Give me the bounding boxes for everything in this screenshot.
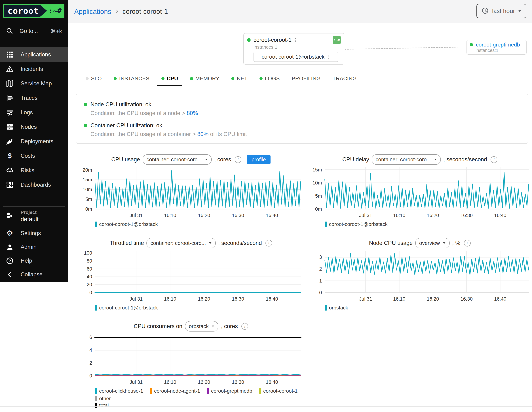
svg-text:10m: 10m xyxy=(83,187,92,192)
sidebar-item-deployments[interactable]: Deployments xyxy=(0,134,68,149)
svg-text:16:30: 16:30 xyxy=(232,296,244,302)
info-icon[interactable]: i xyxy=(464,240,471,246)
svg-text:0m: 0m xyxy=(315,206,322,212)
sidebar-item-applications[interactable]: Applications xyxy=(0,47,68,62)
condition-suffix: of its CPU limit xyxy=(209,131,247,137)
legend-swatch xyxy=(95,222,97,227)
coroot-logo[interactable]: coroot :~# xyxy=(3,4,64,18)
goto-search-button[interactable]: Go to... ⌘+k xyxy=(0,25,68,37)
legend-item-total[interactable]: total xyxy=(95,403,109,408)
legend-item-coroot-clickhouse-1[interactable]: coroot-clickhouse-1 xyxy=(95,388,143,394)
sidebar-item-admin[interactable]: Admin xyxy=(0,240,68,254)
svg-text:Jul 31: Jul 31 xyxy=(359,213,372,218)
chart-cpu-consumers: CPU consumers onorbstack, coresi0246Jul … xyxy=(78,320,304,408)
peer-card-title-link[interactable]: coroot-greptimedb xyxy=(476,42,520,48)
goto-label: Go to... xyxy=(19,28,38,34)
svg-text:0: 0 xyxy=(319,290,322,295)
legend-item-other[interactable]: other xyxy=(95,396,111,402)
chart-title: Node CPU usage xyxy=(369,240,413,246)
profile-button[interactable]: profile xyxy=(247,155,271,164)
sidebar-item-costs[interactable]: $Costs xyxy=(0,149,68,163)
server-stack-icon xyxy=(6,123,14,131)
time-range-label: last hour xyxy=(492,8,515,14)
svg-text:16:10: 16:10 xyxy=(393,213,406,218)
svg-text:0: 0 xyxy=(89,373,92,379)
svg-text:16:20: 16:20 xyxy=(198,379,210,385)
legend-item-coroot-greptimedb[interactable]: coroot-greptimedb xyxy=(207,388,252,394)
info-icon[interactable]: i xyxy=(491,156,497,163)
sidebar-item-risks[interactable]: Risks xyxy=(0,163,68,178)
tab-label: INSTANCES xyxy=(119,75,149,82)
svg-text:Jul 31: Jul 31 xyxy=(130,213,142,218)
tab-memory[interactable]: MEMORY xyxy=(184,74,225,84)
chart-title: CPU usage xyxy=(111,156,140,163)
info-icon[interactable]: i xyxy=(241,323,248,330)
sidebar-item-nodes[interactable]: Nodes xyxy=(0,120,68,134)
time-range-picker[interactable]: last hour xyxy=(476,4,526,18)
legend-item-coroot-coroot-1-orbstack[interactable]: coroot-coroot-1@orbstack xyxy=(95,221,158,227)
sidebar-item-traces[interactable]: Traces xyxy=(0,91,68,105)
breadcrumb-applications-link[interactable]: Applications xyxy=(74,8,111,16)
tab-tracing[interactable]: TRACING xyxy=(327,74,363,84)
tab-status-dot xyxy=(259,77,263,80)
svg-text:5m: 5m xyxy=(85,197,92,202)
sidebar-item-collapse[interactable]: Collapse xyxy=(0,268,68,281)
footer-divider xyxy=(0,406,532,407)
sidebar-item-help[interactable]: ?Help xyxy=(0,254,68,268)
app-card-coroot-coroot-1: coroot-coroot-1 :~# instances:1 coroot-c… xyxy=(243,33,344,65)
report-tabs: SLOINSTANCESCPUMEMORYNETLOGSPROFILINGTRA… xyxy=(80,74,363,86)
instance-item[interactable]: coroot-coroot-1@orbstack xyxy=(254,52,338,62)
chart-selector-dropdown[interactable]: container: coroot-coro... xyxy=(146,238,216,248)
traces-list-icon xyxy=(6,94,14,102)
tab-cpu[interactable]: CPU xyxy=(155,74,184,84)
chart-selector-value: container: coroot-coro... xyxy=(150,240,206,246)
legend-label: other xyxy=(99,396,111,402)
threshold-link[interactable]: 80% xyxy=(197,131,209,137)
chart-title: CPU delay xyxy=(342,156,369,163)
chart-selector-dropdown[interactable]: container: coroot-coro... xyxy=(142,154,212,165)
svg-text:15m: 15m xyxy=(312,167,322,173)
legend-item-orbstack[interactable]: orbstack xyxy=(325,305,348,311)
legend-item-coroot-coroot-1[interactable]: coroot-coroot-1 xyxy=(259,388,298,394)
sidebar-item-label: Nodes xyxy=(21,124,37,130)
tab-instances[interactable]: INSTANCES xyxy=(108,74,155,84)
chart-selector-dropdown[interactable]: orbstack xyxy=(185,321,218,331)
svg-text:0: 0 xyxy=(89,290,92,295)
peer-card-coroot-greptimedb: coroot-greptimedb instances:1 xyxy=(466,40,527,55)
sidebar-nav: ApplicationsIncidentsService MapTracesLo… xyxy=(0,47,68,192)
tab-label: CPU xyxy=(167,75,178,82)
app-card-menu-icon[interactable] xyxy=(294,37,297,43)
chart-canvas-cpu-consumers: 0246Jul 3116:1016:2016:3016:40 xyxy=(78,332,304,386)
tab-slo[interactable]: SLO xyxy=(80,74,108,84)
tab-status-dot xyxy=(86,77,89,80)
tab-label: MEMORY xyxy=(195,75,219,82)
info-icon[interactable]: i xyxy=(266,240,272,246)
chart-selector-dropdown[interactable]: container: coroot-coro... xyxy=(372,154,441,165)
legend-item-coroot-node-agent-1[interactable]: coroot-node-agent-1 xyxy=(150,388,200,394)
project-switcher[interactable]: Project default xyxy=(0,209,68,223)
info-icon[interactable]: i xyxy=(235,156,241,163)
legend-item-coroot-coroot-1-orbstack[interactable]: coroot-coroot-1@orbstack xyxy=(95,305,158,311)
sidebar-item-logs[interactable]: Logs xyxy=(0,105,68,120)
chart-selector-value: overview xyxy=(419,240,440,246)
chevron-down-icon xyxy=(518,10,521,12)
checks-panel: Node CPU utilization: okCondition: the C… xyxy=(76,94,528,144)
sidebar-item-service-map[interactable]: Service Map xyxy=(0,76,68,91)
legend-label: coroot-greptimedb xyxy=(211,388,252,394)
tab-net[interactable]: NET xyxy=(225,74,253,84)
chart-node-cpu-usage: Node CPU usageoverview, %i0123Jul 3116:1… xyxy=(308,237,532,311)
svg-text:60: 60 xyxy=(87,266,92,272)
instance-menu-icon[interactable] xyxy=(328,54,330,60)
tab-profiling[interactable]: PROFILING xyxy=(286,74,327,84)
sidebar-item-settings[interactable]: ⚙Settings xyxy=(0,226,68,240)
chart-canvas-cpu-usage: 0m5m10m15m20mJul 3116:1016:2016:3016:40 xyxy=(78,165,304,220)
legend-item-coroot-coroot-1-orbstack[interactable]: coroot-coroot-1@orbstack xyxy=(325,221,388,227)
chart-selector-dropdown[interactable]: overview xyxy=(415,238,450,248)
storm-cloud-icon xyxy=(6,166,14,174)
sidebar-item-dashboards[interactable]: Dashboards xyxy=(0,178,68,192)
sidebar-item-incidents[interactable]: Incidents xyxy=(0,62,68,76)
svg-text:16:20: 16:20 xyxy=(198,213,210,218)
threshold-link[interactable]: 80% xyxy=(187,110,198,116)
map-connection-line xyxy=(345,47,466,50)
tab-logs[interactable]: LOGS xyxy=(254,74,286,84)
